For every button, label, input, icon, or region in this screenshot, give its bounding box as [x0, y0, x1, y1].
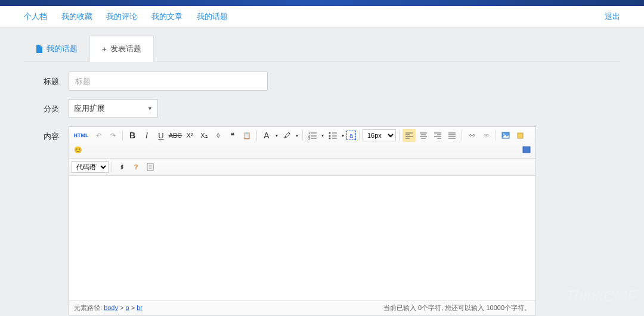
svg-point-29	[503, 134, 504, 135]
svg-text:3: 3	[308, 137, 310, 140]
svg-rect-31	[523, 147, 530, 153]
category-value: 应用扩展	[74, 103, 105, 114]
html-source-button[interactable]: HTML	[72, 129, 91, 142]
page-icon[interactable]	[144, 160, 157, 174]
help-icon[interactable]: ?	[129, 160, 143, 174]
italic-icon[interactable]: I	[140, 129, 153, 142]
ordered-list-icon[interactable]: 123	[306, 129, 319, 142]
nav-profile[interactable]: 个人档	[24, 12, 47, 21]
title-label: 标题	[24, 72, 69, 91]
font-color-icon[interactable]: A	[260, 129, 273, 142]
topic-form: 标题 分类 应用扩展 ▼ 内容 HTML ↶ ↷ B I U A	[24, 72, 620, 316]
tab-label: 我的话题	[47, 44, 78, 54]
svg-point-6	[329, 132, 331, 134]
undo-icon[interactable]: ↶	[92, 129, 105, 142]
select-all-icon[interactable]: a	[346, 131, 356, 140]
ul-dropdown-icon[interactable]: ▾	[340, 129, 345, 142]
svg-point-8	[329, 135, 331, 137]
align-center-icon[interactable]	[417, 129, 430, 142]
highlight-dropdown-icon[interactable]: ▾	[295, 129, 299, 142]
bold-icon[interactable]: B	[126, 129, 139, 142]
svg-rect-30	[518, 133, 523, 138]
rich-text-editor: HTML ↶ ↷ B I U ABC X² X₂ ◊ ❝ 📋 A ▾ 🖍	[69, 126, 536, 315]
nav-articles[interactable]: 我的文章	[151, 12, 182, 21]
image-icon[interactable]	[499, 129, 512, 142]
category-select[interactable]: 应用扩展 ▼	[69, 99, 158, 118]
link-icon[interactable]: ⚯	[465, 129, 478, 142]
svg-point-10	[329, 138, 331, 140]
content-label: 内容	[24, 126, 69, 315]
editor-toolbar-row1: HTML ↶ ↷ B I U ABC X² X₂ ◊ ❝ 📋 A ▾ 🖍	[69, 127, 535, 159]
path-body[interactable]: body	[104, 304, 118, 311]
subscript-icon[interactable]: X₂	[197, 129, 210, 142]
top-nav-left: 个人档 我的收藏 我的评论 我的文章 我的话题	[24, 11, 240, 22]
anchor-icon[interactable]: ♯	[115, 160, 128, 174]
align-left-icon[interactable]	[402, 129, 416, 142]
fullscreen-icon[interactable]	[520, 143, 533, 156]
tab-post-topic[interactable]: + 发表话题	[89, 36, 154, 62]
emoji-icon[interactable]: 😊	[72, 143, 85, 156]
tab-my-topics[interactable]: 我的话题	[24, 36, 89, 61]
editor-status-bar: 元素路径: body > p > br 当前已输入 0个字符, 您还可以输入 1…	[69, 300, 535, 315]
font-size-select[interactable]: 16px	[363, 129, 396, 141]
eraser-icon[interactable]: ◊	[212, 129, 225, 142]
document-icon	[36, 45, 43, 53]
redo-icon[interactable]: ↷	[106, 129, 119, 142]
ol-dropdown-icon[interactable]: ▾	[320, 129, 325, 142]
attachment-icon[interactable]	[513, 129, 527, 142]
strikethrough-icon[interactable]: ABC	[169, 129, 182, 142]
editor-toolbar-row2: 代码语言 ♯ ?	[69, 159, 535, 176]
blockquote-icon[interactable]: ❝	[226, 129, 239, 142]
paste-icon[interactable]: 📋	[240, 129, 253, 142]
main-content: 我的话题 + 发表话题 标题 分类 应用扩展 ▼ 内容 HTML ↶ ↷	[24, 36, 620, 316]
code-language-select[interactable]: 代码语言	[72, 161, 109, 173]
char-counter: 当前已输入 0个字符, 您还可以输入 10000个字符。	[383, 303, 531, 312]
highlight-icon[interactable]: 🖍	[280, 129, 293, 142]
unlink-icon[interactable]: ⚮	[479, 129, 493, 142]
nav-logout[interactable]: 退出	[605, 12, 620, 21]
nav-topics[interactable]: 我的话题	[197, 12, 228, 21]
header-banner	[0, 0, 644, 6]
tab-label: 发表话题	[110, 44, 141, 54]
underline-icon[interactable]: U	[154, 129, 168, 142]
path-br[interactable]: br	[137, 304, 143, 311]
top-nav: 个人档 我的收藏 我的评论 我的文章 我的话题 退出	[0, 6, 644, 27]
chevron-down-icon: ▼	[147, 106, 153, 111]
tab-bar: 我的话题 + 发表话题	[24, 36, 620, 62]
align-right-icon[interactable]	[431, 129, 444, 142]
plus-icon: +	[102, 45, 107, 54]
nav-favorites[interactable]: 我的收藏	[61, 12, 92, 21]
unordered-list-icon[interactable]	[326, 129, 339, 142]
title-input[interactable]	[69, 72, 268, 91]
element-path: 元素路径: body > p > br	[74, 303, 143, 312]
superscript-icon[interactable]: X²	[183, 129, 196, 142]
font-color-dropdown-icon[interactable]: ▾	[274, 129, 279, 142]
editor-canvas[interactable]	[69, 176, 535, 300]
align-justify-icon[interactable]	[445, 129, 459, 142]
nav-comments[interactable]: 我的评论	[106, 12, 137, 21]
category-label: 分类	[24, 99, 69, 118]
